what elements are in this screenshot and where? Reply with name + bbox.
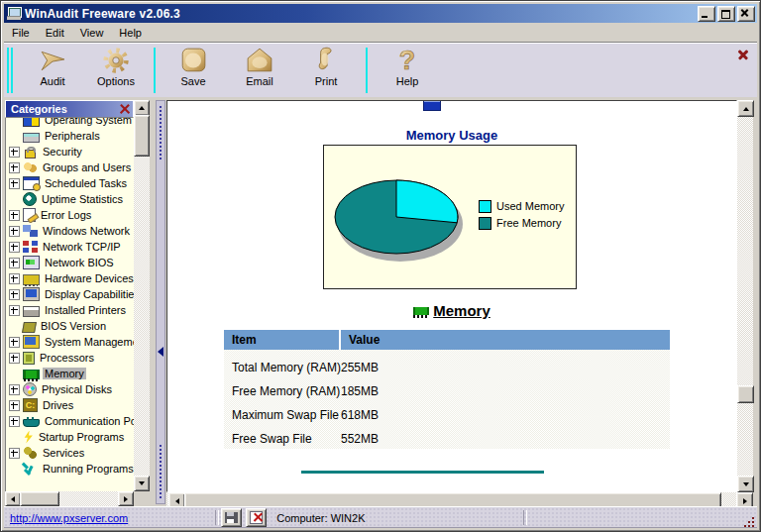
legend-label-free: Free Memory (496, 217, 561, 229)
close-panel-icon[interactable] (120, 104, 130, 114)
comm-port-icon (23, 419, 40, 427)
gears-icon (23, 447, 38, 459)
drive-c-icon (23, 398, 38, 412)
sidebar-item-scheduled-tasks[interactable]: Scheduled Tasks (6, 175, 134, 191)
sidebar-item-uptime-statistics[interactable]: Uptime Statistics (6, 191, 134, 207)
network-computers-icon (23, 225, 38, 237)
tree-horizontal-scrollbar[interactable] (5, 491, 134, 506)
clock-icon (23, 192, 37, 206)
sidebar-item-communication-port[interactable]: Communication Port (6, 413, 134, 429)
statusbar-discard-button[interactable] (246, 508, 267, 527)
expand-icon[interactable] (9, 178, 20, 189)
resize-grip[interactable] (743, 516, 755, 528)
minimize-button[interactable] (698, 6, 715, 22)
memory-table: Item Value Total Memory (RAM)255MB Free … (224, 330, 670, 449)
options-button[interactable]: Options (87, 47, 145, 87)
scroll-up-button[interactable] (737, 100, 754, 117)
sidebar-item-error-logs[interactable]: Error Logs (6, 207, 134, 223)
legend-label-used: Used Memory (496, 200, 564, 212)
sidebar-item-operating-system[interactable]: Operating System (6, 118, 134, 128)
client-area: Categories Operating System Peripherals … (4, 97, 757, 509)
expand-icon[interactable] (9, 400, 20, 411)
tree-vertical-scrollbar[interactable] (134, 100, 150, 491)
scroll-down-button[interactable] (737, 476, 754, 492)
print-button[interactable]: Print (297, 47, 355, 87)
hardware-chip-icon (23, 274, 40, 285)
sidebar-item-groups-and-users[interactable]: Groups and Users (6, 160, 134, 175)
panel-splitter[interactable] (156, 100, 165, 504)
expand-icon[interactable] (9, 210, 20, 221)
floppy-icon (225, 512, 238, 523)
sidebar-item-network-tcpip[interactable]: Network TCP/IP (6, 239, 134, 255)
network-bios-icon (23, 256, 40, 269)
sidebar-item-installed-printers[interactable]: Installed Printers (6, 302, 134, 318)
expand-icon[interactable] (9, 162, 20, 173)
sidebar-item-physical-disks[interactable]: Physical Disks (6, 381, 134, 397)
audit-button[interactable]: Audit (24, 47, 81, 87)
monitor-icon (23, 287, 40, 301)
expand-icon[interactable] (9, 273, 20, 284)
print-icon (311, 47, 341, 74)
section-anchor-icon[interactable] (423, 100, 441, 111)
table-header-row: Item Value (224, 330, 670, 350)
expand-icon[interactable] (9, 258, 20, 268)
sidebar-item-peripherals[interactable]: Peripherals (6, 128, 134, 144)
toolbar-button-label: Options (97, 75, 135, 87)
expand-icon[interactable] (9, 337, 20, 348)
scrollbar-thumb[interactable] (134, 115, 150, 157)
scroll-right-button[interactable] (118, 491, 134, 506)
scroll-left-button[interactable] (5, 491, 21, 506)
menu-help[interactable]: Help (111, 25, 150, 41)
menu-view[interactable]: View (72, 25, 112, 41)
expand-icon[interactable] (9, 242, 20, 253)
menu-edit[interactable]: Edit (38, 25, 72, 41)
save-button[interactable]: Save (164, 47, 222, 87)
scrollbar-thumb[interactable] (737, 385, 754, 403)
maximize-button[interactable] (717, 6, 735, 22)
toolbar-button-label: Print (315, 75, 338, 87)
expand-icon[interactable] (9, 384, 20, 395)
collapse-panel-icon[interactable] (158, 347, 163, 357)
scroll-down-button[interactable] (134, 476, 150, 491)
report-vertical-scrollbar[interactable] (737, 100, 753, 492)
toolbar-button-label: Help (396, 75, 419, 87)
expand-icon[interactable] (9, 289, 20, 300)
padlock-icon (25, 150, 36, 159)
statusbar-save-button[interactable] (221, 508, 242, 527)
toolbar-separator (366, 48, 368, 93)
sidebar-item-processors[interactable]: Processors (6, 350, 134, 366)
scroll-up-button[interactable] (134, 100, 150, 116)
email-icon (245, 47, 274, 74)
sidebar-item-memory[interactable]: Memory (6, 366, 134, 381)
sidebar-item-network-bios[interactable]: Network BIOS (6, 255, 134, 270)
expand-icon[interactable] (9, 147, 20, 158)
sidebar-item-drives[interactable]: Drives (6, 397, 134, 413)
sidebar-item-security[interactable]: Security (6, 144, 134, 160)
menu-file[interactable]: File (4, 25, 38, 41)
close-button[interactable] (737, 6, 755, 22)
report-area: Memory Usage Used Memory Free Memory Mem… (166, 100, 753, 508)
sidebar-item-hardware-devices[interactable]: Hardware Devices (6, 270, 134, 286)
scrollbar-thumb[interactable] (20, 491, 59, 506)
help-button[interactable]: ? Help (379, 47, 436, 87)
sidebar-item-bios-version[interactable]: BIOS Version (6, 318, 134, 334)
categories-title: Categories (11, 103, 67, 115)
close-toolbar-icon[interactable] (737, 49, 749, 60)
title-bar: WinAudit Freeware v2.06.3 (4, 4, 757, 23)
sidebar-item-windows-network[interactable]: Windows Network (6, 223, 134, 239)
splitter-grip (159, 105, 163, 160)
expand-icon[interactable] (9, 226, 20, 237)
email-button[interactable]: Email (231, 47, 288, 87)
system-management-icon (23, 335, 40, 349)
website-link[interactable]: http://www.pxserver.com (10, 512, 128, 524)
expand-icon[interactable] (9, 305, 20, 316)
sidebar-item-startup-programs[interactable]: Startup Programs (6, 429, 134, 445)
legend-swatch-free (479, 217, 491, 230)
expand-icon[interactable] (9, 448, 20, 459)
sidebar-item-running-programs[interactable]: Running Programs (6, 461, 134, 477)
sidebar-item-services[interactable]: Services (6, 445, 134, 461)
expand-icon[interactable] (9, 353, 20, 364)
sidebar-item-system-management[interactable]: System Management (6, 334, 134, 350)
expand-icon[interactable] (9, 416, 20, 427)
sidebar-item-display-capabilities[interactable]: Display Capabilities (6, 286, 134, 302)
